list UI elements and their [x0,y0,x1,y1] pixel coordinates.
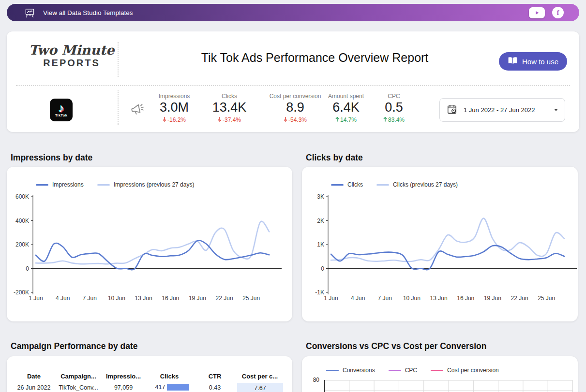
metric-clicks: Clicks 13.4K -37.4% [193,93,266,123]
legend-swatch [331,184,344,186]
legend-item: Impressions (previous 27 days) [97,181,195,188]
trend-down-icon [218,116,222,123]
calendar-icon [447,104,457,116]
legend-swatch [376,184,389,186]
logo-script-text: Two Minute [28,43,115,58]
legend-label: Impressions (previous 27 days) [114,181,195,188]
chart-legend: Conversions CPC Cost per conversion [326,367,499,374]
legend-item: Conversions [326,367,375,374]
legend-item: Impressions [36,181,84,188]
book-icon [508,57,518,66]
legend-label: Conversions [343,367,375,374]
svg-text:1 Jun: 1 Jun [29,295,43,302]
column-header-cost-per-conversion[interactable]: Cost per c... [233,373,286,380]
svg-text:600K: 600K [15,193,29,200]
banner-label: View all Data Studio Templates [43,9,133,16]
impressions-chart-card: Impressions Impressions (previous 27 day… [7,167,292,321]
clicks-chart-card: Clicks Clicks (previous 27 days) 3K2K1K0… [302,167,578,321]
campaign-table-title: Campaign Performance by date [11,341,138,351]
cell-cost-per-conversion: 7.67 [237,383,283,392]
trend-down-icon [284,116,287,123]
impressions-chart-title: Impressions by date [11,153,92,163]
svg-text:3K: 3K [317,193,324,200]
svg-text:10 Jun: 10 Jun [108,295,125,302]
trend-down-icon [163,116,166,123]
legend-label: Clicks [347,181,363,188]
logo-caps-text: REPORTS [28,58,115,69]
social-icons: f [529,7,564,18]
legend-label: Cost per conversion [447,367,499,374]
chart-legend: Clicks Clicks (previous 27 days) [331,181,458,188]
legend-swatch [431,370,443,371]
y-axis-tick-80: 80 [310,377,319,383]
dashboard-page: View all Data Studio Templates f Two Min… [0,0,586,392]
svg-text:7 Jun: 7 Jun [378,295,392,302]
legend-item: Cost per conversion [431,367,499,374]
legend-item: CPC [389,367,417,374]
divider-vertical [118,90,119,125]
svg-text:1K: 1K [317,241,324,248]
svg-text:16 Jun: 16 Jun [457,295,474,302]
divider-vertical [118,42,119,77]
header-card: Two Minute REPORTS Tik Tok Ads Performan… [7,31,579,132]
date-range-picker[interactable]: 1 Jun 2022 - 27 Jun 2022 [439,98,565,122]
legend-label: Impressions [52,181,84,188]
svg-text:4 Jun: 4 Jun [351,295,365,302]
chevron-down-icon [554,109,558,111]
svg-text:200K: 200K [15,241,29,248]
metric-delta: 14.7% [340,116,357,123]
svg-text:19 Jun: 19 Jun [484,295,501,302]
svg-text:13 Jun: 13 Jun [135,295,152,302]
legend-item: Clicks [331,181,363,188]
legend-swatch [97,184,110,186]
date-range-value: 1 Jun 2022 - 27 Jun 2022 [464,106,535,114]
impressions-line-chart: 600K400K200K0-200K1 Jun4 Jun7 Jun10 Jun1… [12,190,287,308]
metric-delta: -16.2% [167,116,186,123]
svg-text:0: 0 [26,265,29,272]
divider-horizontal [16,85,570,86]
tiktok-logo: ♪ TikTok [50,99,73,121]
legend-swatch [389,370,401,371]
facebook-icon[interactable]: f [552,7,564,18]
svg-text:7 Jun: 7 Jun [83,295,97,302]
svg-text:25 Jun: 25 Jun [538,295,555,302]
column-header-impressions[interactable]: Impressio... [97,373,150,380]
chart-easel-icon [24,8,35,18]
cell-ctr: 0.43 [188,384,241,391]
how-to-use-label: How to use [522,58,558,66]
two-minute-reports-logo: Two Minute REPORTS [28,43,115,69]
conversions-chart-grid [323,380,575,392]
metric-delta: -54.3% [288,116,307,123]
cell-impressions: 97,059 [97,384,150,391]
metric-delta: 83.4% [388,116,405,123]
svg-text:2K: 2K [317,218,324,224]
chart-legend: Impressions Impressions (previous 27 day… [36,181,194,188]
clicks-line-chart: 3K2K1K0-1K1 Jun4 Jun7 Jun10 Jun13 Jun16 … [307,190,583,308]
svg-text:13 Jun: 13 Jun [430,295,448,302]
conversions-chart-card: Conversions CPC Cost per conversion 80 [302,356,578,392]
svg-text:0: 0 [321,265,324,272]
trend-up-icon [335,116,339,123]
how-to-use-button[interactable]: How to use [499,52,567,71]
svg-text:22 Jun: 22 Jun [511,295,528,302]
svg-text:25 Jun: 25 Jun [242,295,260,302]
svg-text:22 Jun: 22 Jun [216,295,233,302]
svg-text:-1K: -1K [315,289,324,296]
svg-text:1 Jun: 1 Jun [324,295,338,302]
legend-swatch [326,370,339,371]
tiktok-note-icon: ♪ [59,102,64,114]
templates-banner[interactable]: View all Data Studio Templates f [7,4,579,21]
legend-label: CPC [405,367,417,374]
clicks-chart-title: Clicks by date [306,153,363,163]
clicks-bar [167,384,189,391]
svg-text:19 Jun: 19 Jun [189,295,206,302]
trend-up-icon [383,116,387,123]
report-title: Tik Tok Ads Performance Overview Report [123,51,507,65]
legend-swatch [36,184,48,186]
metric-cpc: CPC 0.5 83.4% [358,93,430,123]
svg-text:4 Jun: 4 Jun [56,295,70,302]
metric-delta: -37.4% [223,116,241,123]
youtube-icon[interactable] [529,7,545,18]
conversions-chart-title: Conversions vs CPC vs Cost per Conversio… [306,341,486,351]
svg-text:16 Jun: 16 Jun [162,295,179,302]
